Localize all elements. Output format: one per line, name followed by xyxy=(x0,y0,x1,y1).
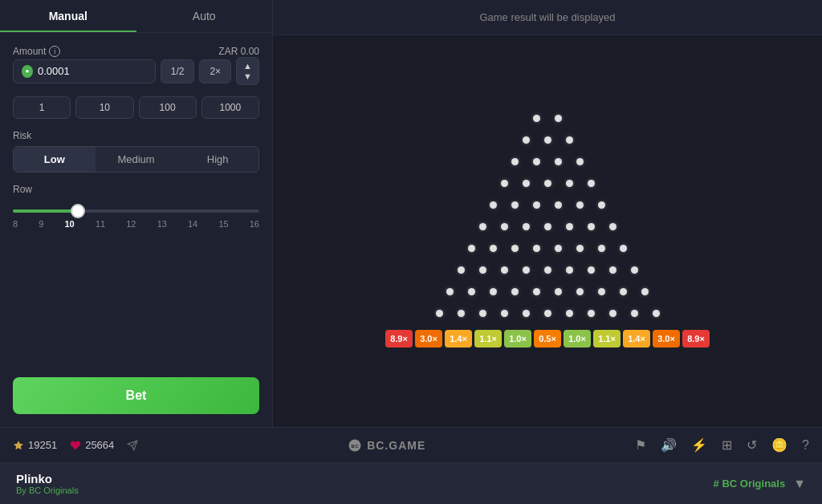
dot xyxy=(468,288,475,295)
dot xyxy=(544,136,551,144)
tabs: Manual Auto xyxy=(0,0,272,33)
dot xyxy=(588,180,595,187)
arrow-up: ▲ xyxy=(243,61,252,71)
dot xyxy=(479,223,486,230)
mult-box-2: 1.4× xyxy=(445,330,472,348)
dot-row-3 xyxy=(523,136,573,144)
amount-zar: ZAR 0.00 xyxy=(218,46,259,57)
row-label-9: 9 xyxy=(39,219,43,229)
dot xyxy=(523,310,530,317)
dot xyxy=(436,310,443,317)
mult-box-0: 8.9× xyxy=(385,330,413,348)
grid-icon[interactable]: ⊞ xyxy=(722,437,732,453)
row-label-12: 12 xyxy=(126,219,136,229)
help-icon[interactable]: ? xyxy=(802,438,809,453)
amount-input-row: ● 1/2 2× ▲ ▼ xyxy=(13,57,259,85)
amount-text: Amount xyxy=(13,46,46,57)
quick-1[interactable]: 1 xyxy=(13,96,71,119)
half-button[interactable]: 1/2 xyxy=(161,59,195,83)
quick-1000[interactable]: 1000 xyxy=(201,96,259,119)
footer-originals: # BC Originals xyxy=(714,478,786,490)
risk-label: Risk xyxy=(13,130,259,141)
dot xyxy=(458,266,465,274)
dot xyxy=(576,201,584,209)
arrow-down: ▼ xyxy=(243,71,252,81)
flag-icon[interactable]: ⚑ xyxy=(635,437,646,453)
dot xyxy=(653,310,660,317)
game-title: Plinko xyxy=(16,472,79,486)
expand-icon[interactable]: ▼ xyxy=(793,477,806,491)
info-icon[interactable]: i xyxy=(49,46,60,57)
dot xyxy=(576,288,584,295)
row-label-10: 10 xyxy=(65,219,75,229)
stars-value: 19251 xyxy=(28,439,57,451)
plinko-board: 8.9×3.0×1.4×1.1×1.0×0.5×1.0×1.1×1.4×3.0×… xyxy=(273,35,822,427)
quick-100[interactable]: 100 xyxy=(139,96,197,119)
risk-medium[interactable]: Medium xyxy=(96,147,177,172)
dot xyxy=(566,223,573,230)
dot xyxy=(588,266,595,274)
dot xyxy=(609,266,616,274)
mult-box-8: 1.4× xyxy=(623,330,650,348)
brand-center: BC BC.GAME xyxy=(151,438,622,453)
footer-left: Plinko By BC Originals xyxy=(16,472,79,495)
tab-auto[interactable]: Auto xyxy=(136,0,273,32)
dot xyxy=(479,266,486,274)
dot xyxy=(523,180,530,187)
lightning-icon[interactable]: ⚡ xyxy=(691,437,707,453)
dot xyxy=(566,180,573,187)
dot xyxy=(523,136,530,144)
dot-row-7 xyxy=(479,223,616,230)
amount-input[interactable] xyxy=(38,65,147,77)
dot xyxy=(631,310,638,317)
token-icon[interactable]: 🪙 xyxy=(771,437,787,453)
risk-section: Risk Low Medium High xyxy=(13,130,259,173)
dot xyxy=(501,266,508,274)
stars-stat: 19251 xyxy=(13,439,57,451)
footer-right: # BC Originals ▼ xyxy=(714,477,806,491)
dot xyxy=(588,223,595,230)
dot xyxy=(523,223,530,230)
risk-buttons: Low Medium High xyxy=(13,146,259,173)
brand-name: BC.GAME xyxy=(367,439,425,452)
row-slider[interactable] xyxy=(13,209,259,213)
dot xyxy=(501,180,508,187)
risk-high[interactable]: High xyxy=(177,147,258,172)
dot-row-11 xyxy=(436,310,660,317)
loop-icon[interactable]: ↺ xyxy=(747,437,757,453)
hearts-value: 25664 xyxy=(85,439,114,451)
mult-box-9: 3.0× xyxy=(653,330,680,348)
coin-icon: ● xyxy=(22,65,33,78)
dot xyxy=(533,158,540,165)
arrow-button[interactable]: ▲ ▼ xyxy=(236,57,259,85)
dot xyxy=(511,158,519,165)
multiplier-row: 8.9×3.0×1.4×1.1×1.0×0.5×1.0×1.1×1.4×3.0×… xyxy=(385,330,710,348)
row-label-14: 14 xyxy=(188,219,197,229)
bet-button[interactable]: Bet xyxy=(13,377,259,414)
dot xyxy=(641,288,649,295)
double-button[interactable]: 2× xyxy=(199,59,231,83)
left-panel: Manual Auto Amount i ZAR 0.00 ● xyxy=(0,0,273,427)
tab-manual[interactable]: Manual xyxy=(0,0,136,32)
dot xyxy=(598,245,605,252)
sound-icon[interactable]: 🔊 xyxy=(661,437,677,453)
dot xyxy=(490,288,497,295)
dot xyxy=(598,288,605,295)
dot xyxy=(533,245,540,252)
game-by: By BC Originals xyxy=(16,486,79,495)
share-stat[interactable] xyxy=(127,440,138,451)
risk-low[interactable]: Low xyxy=(14,147,96,172)
heart-icon xyxy=(70,440,81,451)
dot xyxy=(566,310,573,317)
dot xyxy=(544,266,551,274)
dot xyxy=(446,288,454,295)
dot xyxy=(620,245,627,252)
dot xyxy=(523,266,530,274)
game-header: Game result will be displayed xyxy=(273,0,822,35)
footer: Plinko By BC Originals # BC Originals ▼ xyxy=(0,462,822,504)
dot xyxy=(566,136,573,144)
share-icon xyxy=(127,440,138,451)
dot xyxy=(490,201,497,209)
dot xyxy=(490,245,497,252)
quick-10[interactable]: 10 xyxy=(75,96,133,119)
